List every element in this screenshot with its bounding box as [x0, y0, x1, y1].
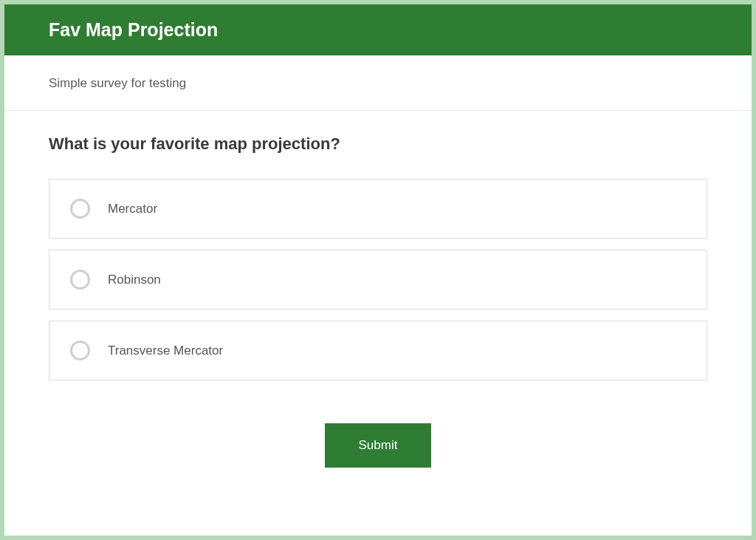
radio-icon	[70, 341, 90, 360]
options-list: Mercator Robinson Transverse Mercator	[49, 179, 707, 380]
survey-container: Fav Map Projection Simple survey for tes…	[4, 4, 752, 536]
radio-icon	[70, 199, 90, 219]
survey-header: Fav Map Projection	[4, 4, 752, 55]
survey-title: Fav Map Projection	[49, 19, 707, 41]
submit-section: Submit	[49, 380, 707, 468]
option-mercator[interactable]: Mercator	[49, 179, 707, 239]
option-robinson[interactable]: Robinson	[49, 250, 707, 310]
survey-description: Simple survey for testing	[4, 55, 752, 111]
option-label: Mercator	[108, 202, 157, 216]
survey-body: What is your favorite map projection? Me…	[4, 111, 752, 491]
submit-button[interactable]: Submit	[325, 423, 432, 468]
option-label: Robinson	[108, 273, 161, 287]
question-text: What is your favorite map projection?	[49, 134, 707, 154]
option-transverse-mercator[interactable]: Transverse Mercator	[49, 321, 707, 380]
option-label: Transverse Mercator	[108, 344, 223, 358]
radio-icon	[70, 270, 90, 290]
